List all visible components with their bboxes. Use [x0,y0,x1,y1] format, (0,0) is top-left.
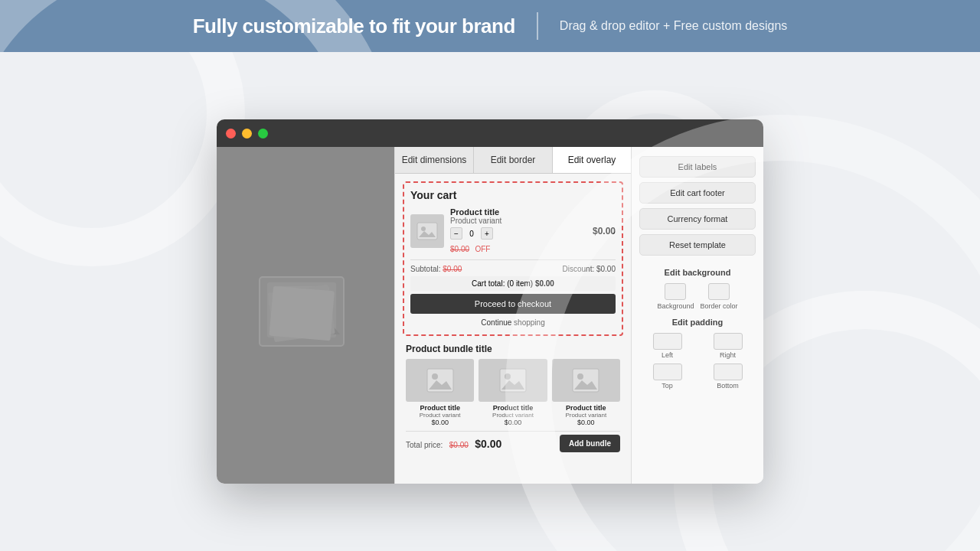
padding-left-input[interactable] [653,333,682,350]
close-dot[interactable] [226,129,236,139]
discount-label: Discount: $0.00 [563,265,616,273]
svg-point-17 [577,373,583,380]
edit-background-label: Edit background [639,268,756,277]
subtotal-value: $0.00 [443,265,462,273]
titlebar [217,119,763,147]
bundle-product-1: Product title Product variant $0.00 [406,359,474,426]
border-color-swatch-label: Border color [701,302,738,310]
item-price-area: $0.00 [593,226,616,236]
padding-top-item: Top [639,364,695,390]
continue-shopping-link[interactable]: Continue shopping [410,317,616,328]
background-swatch-group: Background [657,283,694,310]
window-body: Edit dimensions Edit border Edit overlay… [217,147,763,484]
svg-point-14 [505,373,511,380]
border-color-swatch[interactable] [708,283,730,300]
checkout-button[interactable]: Proceed to checkout [410,294,616,314]
padding-right-label: Right [720,351,736,359]
bundle-product-2: Product title Product variant $0.00 [479,359,547,426]
bundle-product-1-price: $0.00 [406,419,474,426]
bundle-section: Product bundle title [403,344,623,452]
qty-value: 0 [466,230,478,238]
bundle-product-3-variant: Product variant [552,412,620,419]
minimize-dot[interactable] [242,129,252,139]
bundle-products: Product title Product variant $0.00 [406,359,620,426]
currency-format-button[interactable]: Currency format [639,208,756,230]
cart-total-row: Cart total: (0 item) $0.00 [410,276,616,291]
bundle-product-3-image [552,359,620,402]
tab-edit-dimensions[interactable]: Edit dimensions [395,147,474,173]
edit-labels-button[interactable]: Edit labels [639,156,756,178]
padding-left-item: Left [639,333,695,359]
bundle-footer: Total price: $0.00 $0.00 Add bundle [406,431,620,452]
item-original-price: $0.00 [450,245,469,253]
svg-point-8 [421,227,426,231]
main-area: Edit dimensions Edit border Edit overlay… [0,52,980,551]
cart-summary: Subtotal: $0.00 Discount: $0.00 [410,259,616,273]
color-swatches: Background Border color [639,283,756,310]
qty-increase-btn[interactable]: + [481,227,493,240]
header-divider [537,12,538,40]
item-off-label: OFF [475,245,490,253]
reset-template-button[interactable]: Reset template [639,234,756,256]
tab-edit-overlay[interactable]: Edit overlay [553,147,631,173]
item-name: Product title [450,207,586,217]
border-color-swatch-group: Border color [701,283,738,310]
item-variant: Product variant [450,217,586,225]
padding-top-input[interactable] [653,364,682,380]
left-image-panel [217,147,394,484]
bundle-original-price: $0.00 [449,441,469,449]
cart-title: Your cart [410,189,616,201]
bundle-product-2-name: Product title [479,404,547,412]
bundle-product-3-name: Product title [552,404,620,412]
bundle-product-3-price: $0.00 [552,419,620,426]
background-image-placeholder [256,273,355,357]
header-title: Fully customizable to fit your brand [193,15,515,38]
add-bundle-button[interactable]: Add bundle [560,435,620,452]
cart-total-value: $0.00 [535,279,554,288]
cart-dashed-section: Your cart Product titl [403,181,623,336]
padding-left-label: Left [662,351,673,359]
svg-rect-6 [270,286,335,341]
svg-point-11 [432,373,438,380]
bundle-product-2-price: $0.00 [479,419,547,426]
bundle-product-2-image [479,359,547,402]
padding-bottom-item: Bottom [700,364,756,390]
app-window: Edit dimensions Edit border Edit overlay… [217,119,763,484]
item-qty-control: − 0 + [450,227,586,240]
padding-right-item: Right [700,333,756,359]
bundle-product-1-name: Product title [406,404,474,412]
bundle-product-2-variant: Product variant [479,412,547,419]
qty-decrease-btn[interactable]: − [450,227,462,240]
bundle-product-1-variant: Product variant [406,412,474,419]
maximize-dot[interactable] [258,129,268,139]
bundle-total-info: Total price: $0.00 $0.00 [406,437,501,451]
subtotal-label: Subtotal: $0.00 [410,265,462,273]
item-price: $0.00 [593,226,616,236]
bg-circle-1 [0,52,245,266]
bundle-product-3: Product title Product variant $0.00 [552,359,620,426]
item-image [410,214,444,248]
item-image-placeholder [416,222,438,240]
header-subtitle: Drag & drop editor + Free custom designs [560,19,787,33]
tab-edit-border[interactable]: Edit border [474,147,553,173]
item-details: Product title Product variant − 0 + $0.0… [450,207,586,255]
bundle-total-label: Total price: [406,441,443,449]
bundle-title: Product bundle title [406,344,620,354]
cart-item: Product title Product variant − 0 + $0.0… [410,207,616,255]
padding-bottom-input[interactable] [714,364,743,380]
bundle-new-price: $0.00 [475,438,501,450]
center-panel: Edit dimensions Edit border Edit overlay… [394,147,632,484]
background-swatch-label: Background [657,302,694,310]
background-swatch[interactable] [665,283,686,300]
padding-grid: Left Right Top Bottom [639,333,756,390]
padding-bottom-label: Bottom [717,382,739,390]
header-banner: Fully customizable to fit your brand Dra… [0,0,980,52]
edit-cart-footer-button[interactable]: Edit cart footer [639,182,756,204]
right-panel: Edit labels Edit cart footer Currency fo… [632,147,763,484]
bundle-product-1-image [406,359,474,402]
padding-right-input[interactable] [714,333,743,350]
padding-top-label: Top [662,382,673,390]
edit-padding-label: Edit padding [639,318,756,327]
cart-content: Your cart Product titl [395,174,631,484]
tabs: Edit dimensions Edit border Edit overlay [395,147,631,174]
